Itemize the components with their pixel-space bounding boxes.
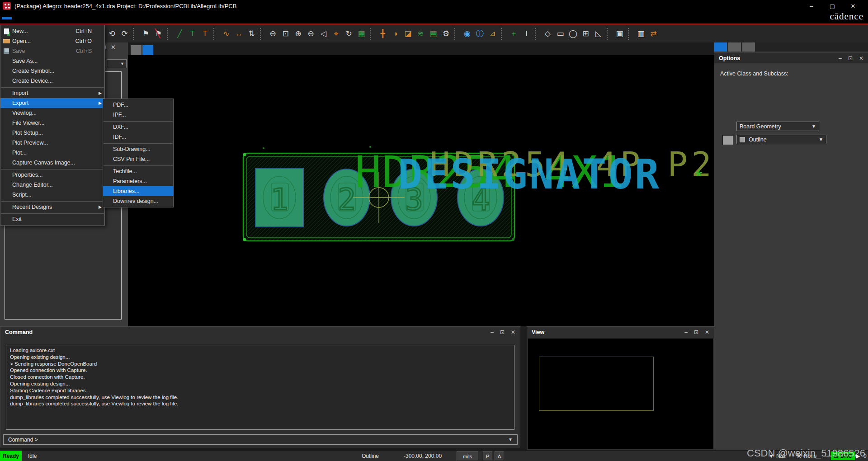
zoom-out-icon[interactable]: ⊖ [305,28,317,40]
file-menu-item[interactable]: Script... [0,190,104,200]
export-submenu-item[interactable]: CSV Pin File... [103,154,173,164]
menubar-item[interactable] [22,17,32,19]
design-tab[interactable] [131,45,142,55]
view-minimap[interactable] [528,339,713,449]
file-menu-item[interactable]: Viewlog... [0,108,104,118]
export-submenu-item[interactable]: Libraries... [103,186,173,196]
select-shape-icon[interactable]: ⊞ [580,28,592,40]
file-menu-item[interactable]: Plot Preview... [0,138,104,148]
edit-vertex-icon[interactable]: ∿ [220,28,232,40]
file-menu-item[interactable]: Plot Setup... [0,128,104,138]
zoom-previous-icon[interactable]: ◁ [317,28,330,40]
export-submenu-item[interactable]: IPF... [103,110,173,120]
measure-icon[interactable]: ⊿ [486,28,499,40]
toolbar-icon[interactable] [167,28,171,40]
visibility-eye-icon[interactable]: ◉ [461,28,473,40]
redo-icon[interactable]: ⟳ [118,28,131,40]
design-canvas[interactable]: 1 2 3 4 [128,55,714,326]
pad-1[interactable]: 1 [255,169,303,227]
add-circle-icon[interactable]: ◯ [567,28,579,40]
toolbar-icon[interactable] [454,28,459,40]
close-icon[interactable]: ✕ [511,329,515,335]
file-menu-item[interactable]: Capture Canvas Image... [0,158,104,168]
undo-icon[interactable]: ⟲ [106,28,118,40]
menubar-item[interactable] [32,17,42,19]
file-menu-item[interactable]: Change Editor... [0,180,104,190]
shadow-mode-icon[interactable]: ◪ [402,28,414,40]
subclass-dropdown[interactable]: Outline ▼ [736,135,826,144]
menubar-item[interactable] [71,17,81,19]
toolbar-icon[interactable] [213,28,218,40]
menubar-item[interactable] [61,17,71,19]
add-text-tool-icon[interactable]: I [520,28,533,40]
right-panel-tab[interactable] [742,42,755,52]
add-text-icon[interactable]: T [186,28,198,40]
file-menu-item[interactable]: Properties... [0,170,104,180]
designator-label[interactable]: DESIGNATOR [398,151,661,198]
zoom-in-icon[interactable]: ⊕ [292,28,304,40]
minimize[interactable]: – [801,0,822,12]
float-icon[interactable]: ⊡ [694,329,698,335]
maximize[interactable]: ▢ [822,0,843,12]
file-menu-item[interactable]: Plot... [0,148,104,158]
zoom-center-icon[interactable]: ⌖ [330,28,342,40]
toolbar-icon[interactable] [501,28,505,40]
add-line-icon[interactable]: ╱ [174,28,186,40]
toolbar-icon[interactable] [370,28,374,40]
menubar-item[interactable] [42,17,52,19]
close-icon[interactable]: ✕ [859,55,863,61]
ready-status-badge[interactable]: Ready [0,451,22,461]
command-history-caret[interactable]: ▼ [508,437,513,442]
export-submenu-item[interactable]: IDF... [103,132,173,142]
menubar-item[interactable] [101,17,111,19]
add-pin-icon[interactable]: + [508,28,520,40]
menubar-item[interactable] [52,17,61,19]
edit-text-icon[interactable]: T [199,28,211,40]
fillet-icon[interactable]: ◺ [592,28,604,40]
right-panel-tab[interactable] [728,42,741,52]
menubar-item[interactable] [12,17,22,19]
toolbar-icon[interactable] [133,28,137,40]
file-menu-item[interactable]: New... Ctrl+N [0,26,104,36]
cross-section-icon[interactable]: ⇄ [647,28,660,40]
zoom-window-icon[interactable]: ⊡ [279,28,292,40]
pin-icon[interactable]: ⚑ [140,28,152,40]
file-menu-item[interactable]: File Viewer... [0,118,104,128]
design-parameters-icon[interactable]: ⚙ [440,28,452,40]
menubar-item[interactable] [91,17,101,19]
float-icon[interactable]: ⊡ [848,55,853,61]
export-submenu-item[interactable]: Downrev design... [103,196,173,206]
file-menu-item[interactable]: Import ▶ [0,88,104,98]
open-board-icon[interactable]: ▦ [355,28,368,40]
export-submenu-item[interactable]: Sub-Drawing... [103,144,173,154]
zoom-points-icon[interactable]: ⊖ [267,28,279,40]
reports-icon[interactable]: ▥ [635,28,647,40]
dock-combo[interactable]: ▼ [107,59,127,68]
capture-canvas-icon[interactable]: ▣ [613,28,626,40]
minimize-icon[interactable]: – [491,329,494,335]
command-input[interactable]: Command > ▼ [3,434,518,445]
add-polygon-icon[interactable]: ◇ [542,28,554,40]
color-dialog-icon[interactable]: ◑ [389,28,401,40]
layer-select-icon[interactable]: ≋ [415,28,427,40]
pick-button[interactable]: P [483,452,492,461]
add-rect-icon[interactable]: ▭ [554,28,566,40]
toolbar-icon[interactable] [628,28,632,40]
file-menu-item[interactable]: Create Symbol... [0,66,104,76]
slide-icon[interactable]: ↔ [233,28,245,40]
unpin-icon[interactable]: ⚑ [152,28,165,40]
redraw-icon[interactable]: ↻ [343,28,355,40]
swap-layers-icon[interactable]: ⇅ [245,28,258,40]
file-menu-item[interactable]: Open... Ctrl+O [0,36,104,46]
minimize-icon[interactable]: – [684,329,688,335]
close-icon[interactable]: ✕ [705,329,709,335]
file-menu-item[interactable]: Save Ctrl+S [0,46,104,56]
file-menu-item[interactable]: Recent Designs ▶ [0,202,104,212]
file-menu-item[interactable]: Create Device... [0,76,104,86]
dock-close-icon[interactable]: ✕ [111,44,116,51]
close[interactable]: ✕ [843,0,863,12]
export-submenu-item[interactable]: PDF... [103,100,173,110]
toolbar-icon[interactable] [260,28,264,40]
class-dropdown[interactable]: Board Geometry ▼ [736,122,819,131]
menubar-item[interactable] [81,17,91,19]
